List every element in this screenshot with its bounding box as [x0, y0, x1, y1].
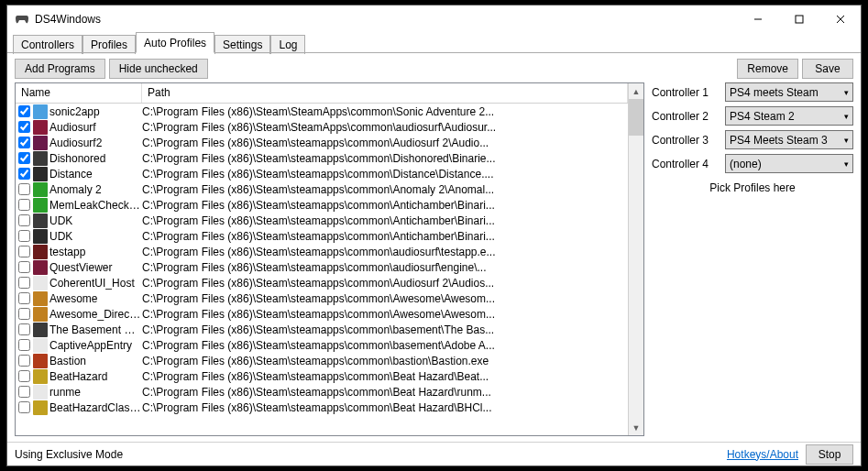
status-bar: Using Exclusive Mode Hotkeys/About Stop [7, 442, 861, 466]
table-row[interactable]: DishonoredC:\Program Files (x86)\Steam\s… [16, 150, 628, 166]
minimize-button[interactable] [737, 5, 778, 33]
status-text: Using Exclusive Mode [15, 448, 720, 461]
program-path: C:\Program Files (x86)\Steam\steamapps\c… [142, 261, 625, 274]
hotkeys-about-link[interactable]: Hotkeys/About [727, 448, 798, 461]
row-checkbox[interactable] [18, 105, 30, 117]
table-row[interactable]: testappC:\Program Files (x86)\Steam\stea… [16, 244, 628, 259]
table-row[interactable]: BeatHazardC:\Program Files (x86)\Steam\s… [16, 368, 628, 384]
program-icon [33, 229, 48, 244]
table-row[interactable]: The Basement Coll...C:\Program Files (x8… [16, 322, 628, 337]
program-icon [33, 104, 48, 119]
controller-3-profile-select[interactable]: PS4 Meets Steam 3▾ [725, 130, 853, 149]
controller-1-profile-select[interactable]: PS4 meets Steam▾ [725, 82, 853, 102]
row-checkbox[interactable] [18, 214, 30, 226]
row-checkbox[interactable] [18, 199, 30, 211]
program-name: BeatHazard [49, 370, 142, 383]
table-row[interactable]: CaptiveAppEntryC:\Program Files (x86)\St… [16, 337, 628, 353]
tab-controllers[interactable]: Controllers [13, 35, 82, 54]
program-path: C:\Program Files (x86)\Steam\steamapps\c… [142, 246, 625, 258]
chevron-down-icon: ▾ [844, 159, 849, 169]
table-row[interactable]: AwesomeC:\Program Files (x86)\Steam\stea… [16, 290, 628, 306]
table-row[interactable]: Audiosurf2C:\Program Files (x86)\Steam\s… [16, 135, 628, 150]
program-name: runme [49, 386, 142, 399]
tab-auto-profiles[interactable]: Auto Profiles [136, 32, 214, 53]
header-name[interactable]: Name [16, 83, 142, 103]
row-checkbox[interactable] [18, 401, 30, 413]
row-checkbox[interactable] [18, 152, 30, 164]
program-path: C:\Program Files (x86)\Steam\steamapps\c… [142, 355, 625, 367]
row-checkbox[interactable] [18, 183, 30, 195]
row-checkbox[interactable] [18, 168, 30, 180]
maximize-button[interactable] [778, 5, 819, 33]
table-row[interactable]: AudiosurfC:\Program Files (x86)\Steam\St… [16, 119, 628, 135]
program-name: Audiosurf2 [49, 137, 142, 149]
header-path[interactable]: Path [142, 83, 628, 103]
program-name: sonic2app [49, 105, 142, 118]
table-row[interactable]: UDKC:\Program Files (x86)\Steam\steamapp… [16, 228, 628, 244]
row-checkbox[interactable] [18, 308, 30, 320]
program-icon [33, 354, 48, 368]
controller-4-profile-select[interactable]: (none)▾ [725, 154, 853, 173]
program-icon [33, 136, 48, 150]
row-checkbox[interactable] [18, 277, 30, 289]
row-checkbox[interactable] [18, 261, 30, 273]
row-checkbox[interactable] [18, 370, 30, 382]
tab-strip: ControllersProfilesAuto ProfilesSettings… [7, 33, 861, 53]
table-row[interactable]: DistanceC:\Program Files (x86)\Steam\ste… [16, 166, 628, 181]
list-header: Name Path [16, 83, 628, 104]
table-row[interactable]: Awesome_DirectT...C:\Program Files (x86)… [16, 306, 628, 322]
tab-log[interactable]: Log [270, 35, 305, 54]
row-checkbox[interactable] [18, 323, 30, 335]
row-checkbox[interactable] [18, 246, 30, 257]
close-button[interactable] [819, 5, 861, 33]
table-row[interactable]: sonic2appC:\Program Files (x86)\Steam\St… [16, 104, 628, 119]
tab-profiles[interactable]: Profiles [82, 35, 136, 54]
hide-unchecked-button[interactable]: Hide unchecked [109, 59, 208, 79]
table-row[interactable]: QuestViewerC:\Program Files (x86)\Steam\… [16, 259, 628, 275]
program-name: Anomaly 2 [49, 183, 142, 196]
table-row[interactable]: BastionC:\Program Files (x86)\Steam\stea… [16, 353, 628, 368]
program-name: MemLeakCheckDif... [49, 199, 142, 212]
add-programs-button[interactable]: Add Programs [15, 59, 105, 79]
vertical-scrollbar[interactable]: ▲ ▼ [628, 83, 643, 435]
stop-button[interactable]: Stop [806, 444, 853, 465]
program-icon [33, 323, 48, 337]
right-panel: Remove Save Controller 1PS4 meets Steam▾… [652, 59, 853, 436]
program-icon [33, 369, 48, 384]
table-row[interactable]: BeatHazardClassicC:\Program Files (x86)\… [16, 400, 628, 415]
save-button[interactable]: Save [802, 59, 853, 79]
row-checkbox[interactable] [18, 355, 30, 367]
row-checkbox[interactable] [18, 386, 30, 398]
table-row[interactable]: runmeC:\Program Files (x86)\Steam\steama… [16, 384, 628, 400]
left-toolbar: Add Programs Hide unchecked [15, 59, 644, 79]
tab-settings[interactable]: Settings [214, 35, 270, 54]
controller-2-profile-select[interactable]: PS4 Steam 2▾ [725, 106, 853, 126]
program-name: QuestViewer [49, 261, 142, 274]
row-checkbox[interactable] [18, 230, 30, 242]
scroll-down-arrow-icon[interactable]: ▼ [629, 420, 643, 435]
program-name: Dishonored [49, 152, 142, 165]
program-path: C:\Program Files (x86)\Steam\steamapps\c… [142, 199, 625, 212]
program-icon [33, 167, 48, 181]
remove-button[interactable]: Remove [737, 59, 798, 79]
program-name: Awesome_DirectT... [49, 308, 142, 321]
program-path: C:\Program Files (x86)\Steam\steamapps\c… [142, 137, 625, 149]
row-checkbox[interactable] [18, 137, 30, 148]
row-checkbox[interactable] [18, 121, 30, 133]
program-path: C:\Program Files (x86)\Steam\SteamApps\c… [142, 121, 625, 134]
svg-rect-1 [796, 16, 803, 23]
program-icon [33, 291, 48, 306]
select-value: PS4 meets Steam [730, 86, 819, 99]
scroll-up-arrow-icon[interactable]: ▲ [629, 83, 643, 99]
scroll-thumb[interactable] [629, 99, 643, 136]
table-row[interactable]: Anomaly 2C:\Program Files (x86)\Steam\st… [16, 181, 628, 197]
table-row[interactable]: CoherentUI_HostC:\Program Files (x86)\St… [16, 275, 628, 290]
table-row[interactable]: MemLeakCheckDif...C:\Program Files (x86)… [16, 197, 628, 213]
app-window: DS4Windows ControllersProfilesAuto Profi… [6, 5, 862, 466]
row-checkbox[interactable] [18, 292, 30, 304]
select-value: PS4 Steam 2 [730, 110, 795, 123]
scroll-track[interactable] [629, 99, 643, 420]
table-row[interactable]: UDKC:\Program Files (x86)\Steam\steamapp… [16, 213, 628, 228]
row-checkbox[interactable] [18, 339, 30, 351]
select-value: (none) [730, 158, 762, 170]
